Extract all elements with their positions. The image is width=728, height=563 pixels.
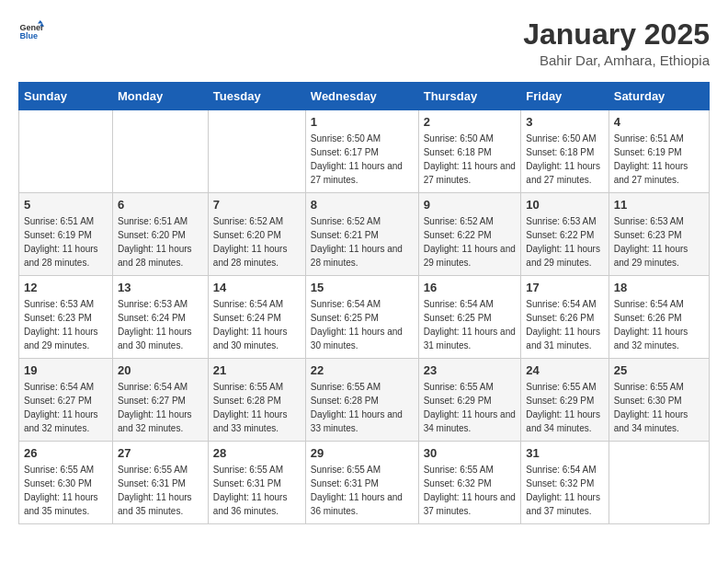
table-row: 16Sunrise: 6:54 AM Sunset: 6:25 PM Dayli… bbox=[418, 276, 521, 359]
day-number: 19 bbox=[24, 363, 108, 377]
header-friday: Friday bbox=[521, 83, 609, 110]
table-row: 12Sunrise: 6:53 AM Sunset: 6:23 PM Dayli… bbox=[19, 276, 113, 359]
day-number: 5 bbox=[24, 198, 108, 212]
day-detail: Sunrise: 6:52 AM Sunset: 6:21 PM Dayligh… bbox=[311, 214, 414, 270]
day-detail: Sunrise: 6:50 AM Sunset: 6:18 PM Dayligh… bbox=[526, 132, 603, 187]
table-row: 4Sunrise: 6:51 AM Sunset: 6:19 PM Daylig… bbox=[609, 110, 709, 193]
table-row: 19Sunrise: 6:54 AM Sunset: 6:27 PM Dayli… bbox=[19, 359, 113, 442]
table-row: 20Sunrise: 6:54 AM Sunset: 6:27 PM Dayli… bbox=[113, 359, 209, 442]
table-row: 26Sunrise: 6:55 AM Sunset: 6:30 PM Dayli… bbox=[19, 442, 113, 524]
table-row: 5Sunrise: 6:51 AM Sunset: 6:19 PM Daylig… bbox=[19, 193, 113, 276]
day-number: 7 bbox=[213, 198, 301, 212]
table-row: 21Sunrise: 6:55 AM Sunset: 6:28 PM Dayli… bbox=[208, 359, 305, 442]
logo: General Blue bbox=[18, 18, 44, 44]
day-detail: Sunrise: 6:54 AM Sunset: 6:25 PM Dayligh… bbox=[311, 297, 414, 352]
day-detail: Sunrise: 6:55 AM Sunset: 6:31 PM Dayligh… bbox=[118, 463, 203, 518]
day-detail: Sunrise: 6:54 AM Sunset: 6:32 PM Dayligh… bbox=[526, 463, 603, 518]
day-number: 29 bbox=[311, 446, 414, 460]
day-detail: Sunrise: 6:51 AM Sunset: 6:19 PM Dayligh… bbox=[614, 132, 704, 187]
table-row: 25Sunrise: 6:55 AM Sunset: 6:30 PM Dayli… bbox=[609, 359, 709, 442]
day-detail: Sunrise: 6:51 AM Sunset: 6:19 PM Dayligh… bbox=[24, 214, 108, 270]
table-row bbox=[113, 110, 209, 193]
day-number: 24 bbox=[526, 363, 603, 377]
day-detail: Sunrise: 6:52 AM Sunset: 6:20 PM Dayligh… bbox=[213, 214, 301, 270]
day-detail: Sunrise: 6:55 AM Sunset: 6:29 PM Dayligh… bbox=[526, 380, 603, 435]
table-row: 22Sunrise: 6:55 AM Sunset: 6:28 PM Dayli… bbox=[305, 359, 418, 442]
day-detail: Sunrise: 6:54 AM Sunset: 6:26 PM Dayligh… bbox=[614, 297, 704, 352]
day-number: 12 bbox=[24, 281, 108, 294]
day-number: 9 bbox=[424, 198, 517, 212]
day-detail: Sunrise: 6:51 AM Sunset: 6:20 PM Dayligh… bbox=[118, 214, 203, 270]
day-number: 22 bbox=[311, 363, 414, 377]
table-row: 8Sunrise: 6:52 AM Sunset: 6:21 PM Daylig… bbox=[305, 193, 418, 276]
day-number: 8 bbox=[311, 198, 414, 212]
table-row: 29Sunrise: 6:55 AM Sunset: 6:31 PM Dayli… bbox=[305, 442, 418, 524]
day-number: 4 bbox=[614, 115, 704, 129]
table-row: 24Sunrise: 6:55 AM Sunset: 6:29 PM Dayli… bbox=[521, 359, 609, 442]
calendar-table: Sunday Monday Tuesday Wednesday Thursday… bbox=[18, 82, 710, 524]
day-detail: Sunrise: 6:54 AM Sunset: 6:27 PM Dayligh… bbox=[118, 380, 203, 435]
table-row bbox=[19, 110, 113, 193]
table-row: 13Sunrise: 6:53 AM Sunset: 6:24 PM Dayli… bbox=[113, 276, 209, 359]
week-row-1: 1Sunrise: 6:50 AM Sunset: 6:17 PM Daylig… bbox=[19, 110, 710, 193]
day-detail: Sunrise: 6:53 AM Sunset: 6:23 PM Dayligh… bbox=[614, 214, 704, 270]
day-detail: Sunrise: 6:50 AM Sunset: 6:18 PM Dayligh… bbox=[424, 132, 517, 187]
day-detail: Sunrise: 6:55 AM Sunset: 6:31 PM Dayligh… bbox=[311, 463, 414, 518]
day-number: 17 bbox=[526, 281, 603, 294]
day-number: 28 bbox=[213, 446, 301, 460]
day-number: 31 bbox=[526, 446, 603, 460]
svg-text:General: General bbox=[19, 23, 44, 32]
table-row: 3Sunrise: 6:50 AM Sunset: 6:18 PM Daylig… bbox=[521, 110, 609, 193]
table-row: 10Sunrise: 6:53 AM Sunset: 6:22 PM Dayli… bbox=[521, 193, 609, 276]
day-number: 10 bbox=[526, 198, 603, 212]
day-detail: Sunrise: 6:55 AM Sunset: 6:30 PM Dayligh… bbox=[614, 380, 704, 435]
day-detail: Sunrise: 6:55 AM Sunset: 6:28 PM Dayligh… bbox=[213, 380, 301, 435]
table-row: 1Sunrise: 6:50 AM Sunset: 6:17 PM Daylig… bbox=[305, 110, 418, 193]
day-detail: Sunrise: 6:50 AM Sunset: 6:17 PM Dayligh… bbox=[311, 132, 414, 187]
day-detail: Sunrise: 6:55 AM Sunset: 6:31 PM Dayligh… bbox=[213, 463, 301, 518]
week-row-5: 26Sunrise: 6:55 AM Sunset: 6:30 PM Dayli… bbox=[19, 442, 710, 524]
day-number: 15 bbox=[311, 281, 414, 294]
table-row: 28Sunrise: 6:55 AM Sunset: 6:31 PM Dayli… bbox=[208, 442, 305, 524]
day-number: 3 bbox=[526, 115, 603, 129]
table-row: 17Sunrise: 6:54 AM Sunset: 6:26 PM Dayli… bbox=[521, 276, 609, 359]
table-row: 18Sunrise: 6:54 AM Sunset: 6:26 PM Dayli… bbox=[609, 276, 709, 359]
day-detail: Sunrise: 6:54 AM Sunset: 6:26 PM Dayligh… bbox=[526, 297, 603, 352]
day-detail: Sunrise: 6:54 AM Sunset: 6:24 PM Dayligh… bbox=[213, 297, 301, 352]
day-detail: Sunrise: 6:55 AM Sunset: 6:29 PM Dayligh… bbox=[424, 380, 517, 435]
day-detail: Sunrise: 6:52 AM Sunset: 6:22 PM Dayligh… bbox=[424, 214, 517, 270]
table-row: 31Sunrise: 6:54 AM Sunset: 6:32 PM Dayli… bbox=[521, 442, 609, 524]
day-number: 18 bbox=[614, 281, 704, 294]
page-title: January 2025 bbox=[523, 18, 710, 51]
table-row: 9Sunrise: 6:52 AM Sunset: 6:22 PM Daylig… bbox=[418, 193, 521, 276]
table-row: 6Sunrise: 6:51 AM Sunset: 6:20 PM Daylig… bbox=[113, 193, 209, 276]
day-number: 2 bbox=[424, 115, 517, 129]
day-detail: Sunrise: 6:53 AM Sunset: 6:24 PM Dayligh… bbox=[118, 297, 203, 352]
day-number: 21 bbox=[213, 363, 301, 377]
table-row: 2Sunrise: 6:50 AM Sunset: 6:18 PM Daylig… bbox=[418, 110, 521, 193]
table-row bbox=[208, 110, 305, 193]
day-number: 6 bbox=[118, 198, 203, 212]
table-row: 14Sunrise: 6:54 AM Sunset: 6:24 PM Dayli… bbox=[208, 276, 305, 359]
day-number: 16 bbox=[424, 281, 517, 294]
week-row-2: 5Sunrise: 6:51 AM Sunset: 6:19 PM Daylig… bbox=[19, 193, 710, 276]
day-number: 11 bbox=[614, 198, 704, 212]
week-row-4: 19Sunrise: 6:54 AM Sunset: 6:27 PM Dayli… bbox=[19, 359, 710, 442]
header-wednesday: Wednesday bbox=[305, 83, 418, 110]
page-header: General Blue January 2025 Bahir Dar, Amh… bbox=[18, 18, 710, 68]
header-monday: Monday bbox=[113, 83, 209, 110]
day-detail: Sunrise: 6:54 AM Sunset: 6:27 PM Dayligh… bbox=[24, 380, 108, 435]
table-row: 27Sunrise: 6:55 AM Sunset: 6:31 PM Dayli… bbox=[113, 442, 209, 524]
day-number: 30 bbox=[424, 446, 517, 460]
svg-text:Blue: Blue bbox=[19, 31, 38, 40]
logo-icon: General Blue bbox=[18, 18, 44, 44]
day-detail: Sunrise: 6:55 AM Sunset: 6:32 PM Dayligh… bbox=[424, 463, 517, 518]
header-tuesday: Tuesday bbox=[208, 83, 305, 110]
table-row: 7Sunrise: 6:52 AM Sunset: 6:20 PM Daylig… bbox=[208, 193, 305, 276]
table-row: 15Sunrise: 6:54 AM Sunset: 6:25 PM Dayli… bbox=[305, 276, 418, 359]
day-detail: Sunrise: 6:54 AM Sunset: 6:25 PM Dayligh… bbox=[424, 297, 517, 352]
day-number: 20 bbox=[118, 363, 203, 377]
svg-marker-2 bbox=[38, 20, 43, 24]
header-sunday: Sunday bbox=[19, 83, 113, 110]
day-detail: Sunrise: 6:55 AM Sunset: 6:30 PM Dayligh… bbox=[24, 463, 108, 518]
